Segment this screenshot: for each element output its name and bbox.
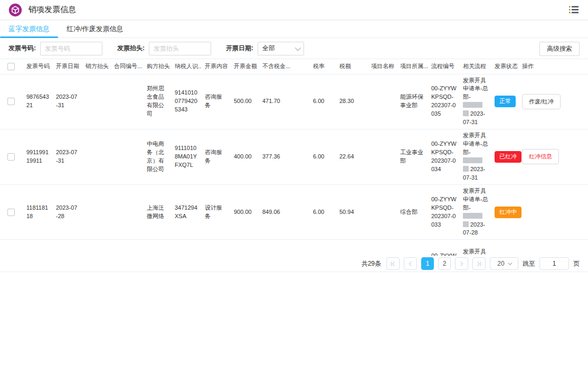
jump-to-page-input[interactable] xyxy=(539,257,569,270)
column-header: 操作 xyxy=(519,59,588,74)
related-flow-text: 发票开具申请单-总部- xyxy=(463,188,488,211)
related-flow-text: 发票开具申请单-总部- xyxy=(463,77,488,100)
cell-contract-no xyxy=(111,129,144,185)
column-header: 销方抬头 xyxy=(82,59,111,74)
cell-taxpayer-id: 91110108MA01YFXQ7L xyxy=(172,129,202,185)
cell-contract-no xyxy=(111,184,144,240)
cell-related-flow: 发票开具申请单-总部- 2023-07-31 xyxy=(460,129,491,185)
cell-amount-excl-tax: 377.36 xyxy=(259,129,310,185)
advanced-search-button[interactable]: 高级搜索 xyxy=(539,42,580,56)
page-number-button[interactable]: 2 xyxy=(438,257,451,270)
cell-invoice-no: 987654321 xyxy=(23,74,53,129)
invoice-title-input[interactable] xyxy=(149,42,211,55)
list-menu-icon[interactable] xyxy=(569,6,578,14)
related-flow-text: 发票开具申请单-总部- xyxy=(463,132,488,155)
cell-buyer-title: 郑州思念食品有限公司 xyxy=(144,74,172,129)
cell-buyer-title: 中电商务（北京）有限公司 xyxy=(144,129,172,185)
column-header: 纳税人识... xyxy=(172,59,202,74)
redacted-text-block xyxy=(463,213,482,219)
cell-amount-excl-tax: 849.06 xyxy=(259,184,310,240)
select-all-checkbox[interactable] xyxy=(7,63,15,70)
invoice-number-input[interactable] xyxy=(40,42,102,55)
cell-tax-amount: 50.94 xyxy=(336,184,368,240)
cell-tax-rate: 6.00 xyxy=(310,129,336,185)
cell-content: 咨询服务 xyxy=(202,129,231,185)
filter-bar: 发票号码: 发票抬头: 开票日期: 全部 高级搜索 xyxy=(0,38,588,59)
redacted-text-block xyxy=(463,221,469,227)
sales-invoice-app: 销项发票信息 蓝字发票信息 红冲/作废发票信息 发票号码: 发票抬头: 开票日期… xyxy=(0,0,588,365)
cell-buyer-title: 上海泛微网络 xyxy=(144,184,172,240)
next-page-button[interactable] xyxy=(455,257,468,270)
tab-blue-invoice[interactable]: 蓝字发票信息 xyxy=(0,20,58,38)
last-page-button[interactable] xyxy=(472,257,486,270)
cell-tax-rate: 6.00 xyxy=(310,184,336,240)
invoice-date-select[interactable]: 全部 xyxy=(258,42,304,55)
column-header: 项目名称 xyxy=(368,59,397,74)
cell-contract-no xyxy=(111,74,144,129)
pagination-bar: 共29条 12 20 跳至 页 xyxy=(0,256,588,272)
invoice-date-label: 开票日期: xyxy=(226,44,253,53)
jump-to-label: 跳至 xyxy=(523,259,535,268)
cell-action: 红冲信息 xyxy=(519,129,588,185)
cell-action: 作废/红冲 xyxy=(519,74,588,129)
cell-taxpayer-id: 3471294XSA xyxy=(172,184,202,240)
cell-amount: 900.00 xyxy=(231,184,259,240)
cell-tax-amount: 28.30 xyxy=(336,74,368,129)
table-row: 1181181182023-07-28上海泛微网络3471294XSA设计服务9… xyxy=(0,184,588,240)
page-number-buttons: 12 xyxy=(421,257,451,270)
invoice-title-label: 发票抬头: xyxy=(117,44,145,53)
row-action-button[interactable]: 红冲信息 xyxy=(522,149,559,164)
redacted-text-block xyxy=(463,110,469,116)
page-size-value: 20 xyxy=(497,260,504,267)
cell-content: 咨询服务 xyxy=(202,74,231,129)
cube-logo-icon xyxy=(8,3,22,17)
row-checkbox[interactable] xyxy=(7,153,15,161)
cell-content: 设计服务 xyxy=(202,184,231,240)
column-header: 购方抬头 xyxy=(144,59,172,74)
cell-seller-title xyxy=(82,74,111,129)
column-header: 开票日期 xyxy=(53,59,82,74)
first-page-button[interactable] xyxy=(386,257,400,270)
cell-amount-excl-tax: 471.70 xyxy=(259,74,310,129)
cell-invoice-date: 2023-07-31 xyxy=(53,74,82,129)
first-page-icon xyxy=(390,261,396,267)
tab-red-void-invoice[interactable]: 红冲/作废发票信息 xyxy=(58,20,132,38)
page-number-button[interactable]: 1 xyxy=(421,257,434,270)
redacted-text-block xyxy=(463,102,482,108)
chevron-right-icon xyxy=(459,261,464,267)
cell-invoice-no: 118118118 xyxy=(23,184,53,240)
cell-project-name xyxy=(368,129,397,185)
invoice-number-label: 发票号码: xyxy=(8,44,36,53)
tab-bar: 蓝字发票信息 红冲/作废发票信息 xyxy=(0,20,588,38)
table-row: 9911991199112023-07-31中电商务（北京）有限公司911101… xyxy=(0,129,588,185)
column-header: 项目所属... xyxy=(397,59,428,74)
column-header: 发票状态 xyxy=(491,59,519,74)
table-row: 9876543212023-07-31郑州思念食品有限公司91410100779… xyxy=(0,74,588,129)
cell-seller-title xyxy=(82,129,111,185)
column-header: 开票金额 xyxy=(231,59,259,74)
cell-project-dept: 综合部 xyxy=(397,184,428,240)
cell-amount: 500.00 xyxy=(231,74,259,129)
invoice-date-select-value: 全部 xyxy=(262,44,275,53)
column-header: 合同编号... xyxy=(111,59,144,74)
row-action-button[interactable]: 作废/红冲 xyxy=(522,94,561,109)
row-checkbox[interactable] xyxy=(7,209,15,216)
cell-flow-no: 00-ZYYWKPSQD-202307-0034 xyxy=(428,129,460,185)
row-checkbox[interactable] xyxy=(7,98,15,105)
cell-project-dept: 能源环保事业部 xyxy=(397,74,428,129)
column-header: 税额 xyxy=(336,59,368,74)
cell-invoice-status: 正常 xyxy=(491,74,519,129)
cell-invoice-status: 红冲中 xyxy=(491,184,519,240)
cell-invoice-no: 991199119911 xyxy=(23,129,53,185)
column-header: 相关流程 xyxy=(460,59,491,74)
table-header-row: 发票号码开票日期销方抬头合同编号...购方抬头纳税人识...开票内容开票金额不含… xyxy=(0,59,588,74)
column-header: 发票号码 xyxy=(23,59,53,74)
cell-flow-no: 00-ZYYWKPSQD-202307-0033 xyxy=(428,184,460,240)
column-header: 流程编号 xyxy=(428,59,460,74)
prev-page-button[interactable] xyxy=(404,257,417,270)
status-badge: 红冲中 xyxy=(495,207,521,218)
cell-tax-amount: 22.64 xyxy=(336,129,368,185)
page-size-select[interactable]: 20 xyxy=(490,257,518,270)
title-bar: 销项发票信息 xyxy=(0,0,588,20)
cell-invoice-date: 2023-07-28 xyxy=(53,184,82,240)
